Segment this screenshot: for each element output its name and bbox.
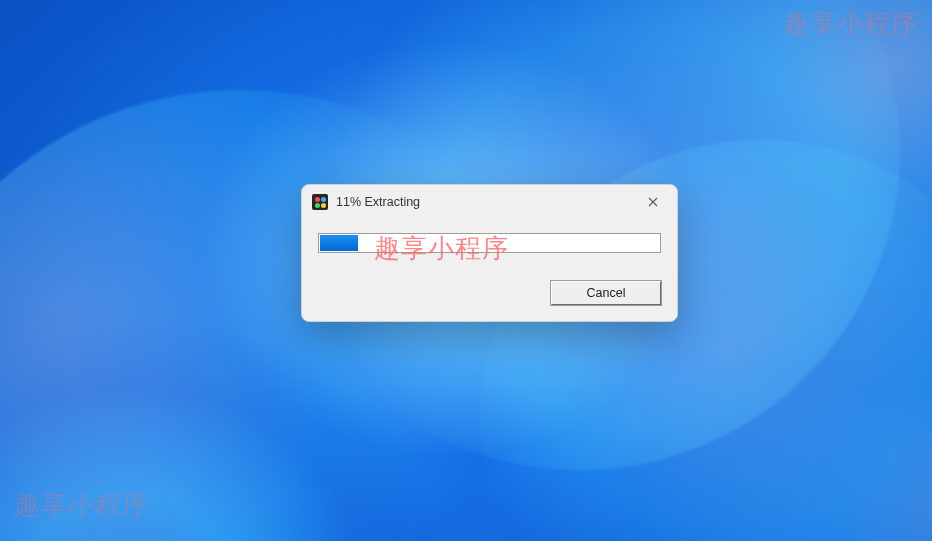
close-icon <box>648 197 658 207</box>
extract-dialog: 11% Extracting 趣享小程序 Cancel <box>301 184 678 322</box>
progress-fill <box>320 235 358 251</box>
cancel-button[interactable]: Cancel <box>551 281 661 305</box>
dialog-titlebar[interactable]: 11% Extracting <box>302 185 677 219</box>
app-icon <box>312 194 328 210</box>
progress-bar <box>318 233 661 253</box>
close-button[interactable] <box>631 187 675 217</box>
dialog-title: 11% Extracting <box>336 195 631 209</box>
